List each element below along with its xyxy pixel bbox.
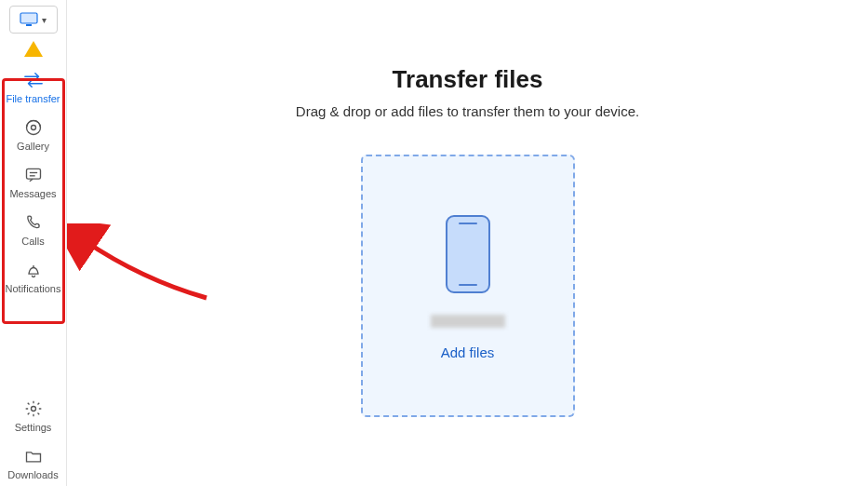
sidebar-item-label: Gallery <box>17 142 49 152</box>
page-title: Transfer files <box>393 65 543 94</box>
svg-point-8 <box>31 407 35 412</box>
svg-point-3 <box>31 126 35 130</box>
chevron-down-icon: ▾ <box>42 15 47 25</box>
sidebar-item-calls[interactable]: Calls <box>3 205 64 252</box>
sidebar-item-messages[interactable]: Messages <box>3 157 64 205</box>
nav-group-main: File transfer Gallery <box>3 62 64 300</box>
gallery-icon <box>24 117 43 138</box>
add-files-button[interactable]: Add files <box>441 344 495 360</box>
monitor-icon <box>20 12 38 27</box>
device-dropdown[interactable]: ▾ <box>9 6 58 34</box>
sidebar-item-label: Settings <box>15 423 52 433</box>
sidebar-item-notifications[interactable]: Notifications <box>3 252 64 300</box>
sidebar-item-label: Messages <box>9 189 56 199</box>
sidebar-item-file-transfer[interactable]: File transfer <box>3 62 64 110</box>
page-subtitle: Drag & drop or add files to transfer the… <box>296 103 639 119</box>
sidebar-item-label: File transfer <box>6 94 60 104</box>
svg-rect-0 <box>20 13 37 23</box>
main-pane: Transfer files Drag & drop or add files … <box>67 0 868 486</box>
calls-icon <box>24 212 43 233</box>
warning-icon[interactable] <box>24 41 43 57</box>
svg-rect-9 <box>447 216 489 292</box>
sidebar-item-settings[interactable]: Settings <box>3 391 64 439</box>
sidebar-item-gallery[interactable]: Gallery <box>3 110 64 157</box>
sidebar-item-label: Downloads <box>7 470 58 480</box>
settings-icon <box>24 398 43 419</box>
messages-icon <box>24 165 43 185</box>
sidebar: ▾ File transfer <box>0 0 67 486</box>
nav-group-footer: Settings Downloads <box>3 391 64 486</box>
sidebar-item-downloads[interactable]: Downloads <box>3 439 64 486</box>
file-dropzone[interactable]: Add files <box>361 155 575 417</box>
svg-rect-4 <box>26 169 40 179</box>
sidebar-item-label: Calls <box>21 236 44 247</box>
notifications-icon <box>24 260 43 280</box>
phone-icon <box>443 212 493 296</box>
downloads-icon <box>24 446 43 466</box>
svg-rect-1 <box>26 24 32 26</box>
transfer-icon <box>23 70 44 90</box>
sidebar-item-label: Notifications <box>6 284 61 294</box>
device-name-redacted <box>431 315 505 328</box>
